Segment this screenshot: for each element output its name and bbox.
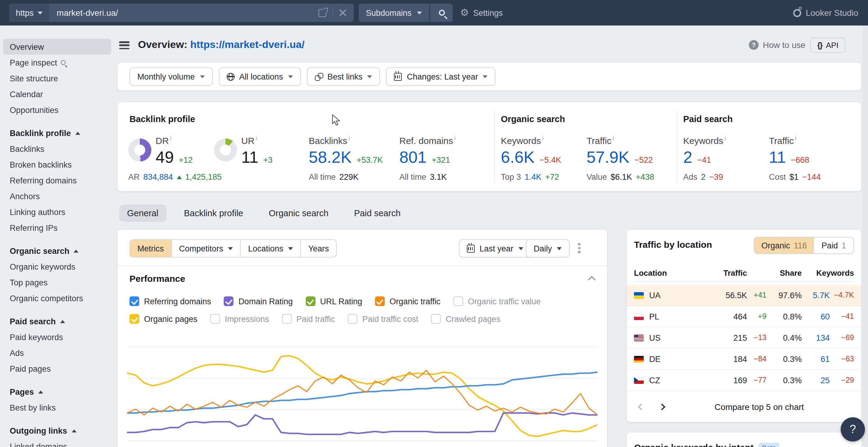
tab-paid-search[interactable]: Paid search — [346, 205, 408, 222]
sidebar-item-anchors[interactable]: Anchors — [3, 188, 111, 204]
sidebar-item-top-pages[interactable]: Top pages — [3, 275, 111, 290]
sidebar-item-organic-competitors[interactable]: Organic competitors — [3, 290, 111, 306]
api-button[interactable]: {} API — [810, 38, 845, 53]
paid-keywords-value[interactable]: 2−41 — [683, 148, 711, 167]
toggle-organic[interactable]: Organic116 — [754, 238, 814, 253]
segment-years[interactable]: Years — [300, 240, 336, 257]
collapse-chevron-icon[interactable] — [588, 276, 595, 283]
col-traffic[interactable]: Traffic — [709, 269, 747, 278]
changes-period-dropdown[interactable]: Changes: Last year — [386, 67, 496, 85]
sidebar-item-site-structure[interactable]: Site structure — [3, 70, 111, 86]
sidebar-item-referring-ips[interactable]: Referring IPs — [3, 220, 111, 236]
sidebar-item-referring-domains[interactable]: Referring domains — [3, 172, 111, 188]
segment-locations[interactable]: Locations — [240, 240, 301, 257]
ref-domains-value[interactable]: 801+321 — [399, 148, 450, 167]
protocol-dropdown[interactable]: https — [9, 4, 50, 22]
checkbox-crawled-pages[interactable]: Crawled pages — [431, 314, 500, 324]
checkbox-organic-traffic[interactable]: Organic traffic — [375, 297, 441, 306]
info-icon[interactable]: i — [542, 135, 544, 141]
sidebar-item-paid-keywords[interactable]: Paid keywords — [3, 329, 111, 345]
toggle-paid[interactable]: Paid1 — [814, 238, 854, 253]
col-keywords[interactable]: Keywords — [802, 269, 854, 278]
keywords-link[interactable]: 134 — [802, 333, 830, 342]
table-row-us[interactable]: US 215 −13 0.4% 134 −69 — [627, 328, 861, 349]
sidebar-item-paid-pages[interactable]: Paid pages — [3, 361, 111, 377]
how-to-use-button[interactable]: ? How to use — [749, 40, 805, 50]
sidebar-item-calendar[interactable]: Calendar — [3, 86, 111, 102]
locations-filter-dropdown[interactable]: All locations — [219, 67, 301, 85]
sidebar-item-overview[interactable]: Overview — [3, 39, 111, 55]
help-button[interactable]: ? — [841, 417, 865, 442]
keywords-link[interactable]: 25 — [802, 376, 830, 385]
keywords-link[interactable]: 60 — [802, 312, 830, 321]
ar-value[interactable]: 834,884 — [144, 172, 173, 182]
sidebar-group-paid-search[interactable]: Paid search — [0, 313, 114, 329]
info-icon[interactable]: i — [795, 135, 796, 141]
monthly-volume-dropdown[interactable]: Monthly volume — [129, 67, 212, 85]
date-range-button[interactable]: Last year — [459, 239, 531, 257]
sidebar-item-opportunities[interactable]: Opportunities — [3, 102, 111, 118]
sidebar-item-linked-domains[interactable]: Linked domains — [3, 439, 111, 447]
info-icon[interactable]: i — [454, 135, 456, 141]
open-external-icon[interactable] — [318, 9, 327, 17]
kebab-menu-icon[interactable] — [578, 243, 581, 255]
prev-page-icon[interactable] — [638, 404, 645, 411]
target-url-input[interactable]: market-dveri.ua/ — [50, 8, 318, 18]
hamburger-icon[interactable] — [119, 41, 129, 49]
checkbox-referring-domains[interactable]: Referring domains — [129, 297, 211, 306]
table-row-de[interactable]: DE 184 −84 0.3% 61 −63 — [627, 349, 861, 370]
col-location[interactable]: Location — [634, 269, 709, 278]
segment-metrics[interactable]: Metrics — [130, 240, 171, 257]
checkbox-impressions[interactable]: Impressions — [210, 314, 269, 324]
info-icon[interactable]: i — [256, 135, 257, 141]
table-row-ua[interactable]: UA 56.5K +41 97.6% 5.7K −4.7K — [627, 285, 861, 306]
target-domain-link[interactable]: https://market-dveri.ua/ — [190, 39, 305, 50]
col-share[interactable]: Share — [747, 269, 802, 278]
performance-chart[interactable] — [127, 338, 597, 446]
info-icon[interactable]: i — [613, 135, 614, 141]
sidebar-item-backlinks[interactable]: Backlinks — [3, 141, 111, 157]
tab-organic-search[interactable]: Organic search — [261, 205, 336, 222]
keywords-link[interactable]: 61 — [802, 354, 830, 364]
checkbox-organic-pages[interactable]: Organic pages — [129, 314, 197, 324]
clear-icon[interactable] — [339, 9, 346, 16]
sidebar-item-page-inspect[interactable]: Page inspect — [3, 55, 111, 70]
sidebar-group-outgoing-links[interactable]: Outgoing links — [0, 423, 114, 439]
compare-top5-link[interactable]: Compare top 5 on chart — [664, 402, 854, 412]
tab-general[interactable]: General — [119, 205, 166, 222]
sidebar-item-ads[interactable]: Ads — [3, 345, 111, 361]
best-links-dropdown[interactable]: Best links — [307, 67, 380, 85]
table-row-pl[interactable]: PL 464 +9 0.8% 60 −41 — [627, 306, 861, 328]
checkbox-domain-rating[interactable]: Domain Rating — [224, 297, 293, 306]
organic-keywords-value[interactable]: 6.6K−5.4K — [501, 148, 561, 167]
checkbox-organic-traffic-value[interactable]: Organic traffic value — [453, 297, 541, 306]
granularity-button[interactable]: Daily — [526, 239, 569, 257]
sidebar-group-organic-search[interactable]: Organic search — [0, 243, 114, 259]
sidebar-item-broken-backlinks[interactable]: Broken backlinks — [3, 157, 111, 172]
looker-studio-link[interactable]: Looker Studio — [793, 0, 858, 26]
segment-competitors[interactable]: Competitors — [171, 240, 240, 257]
keywords-link[interactable]: 5.7K — [802, 290, 830, 300]
mode-dropdown[interactable]: Subdomains — [359, 4, 429, 22]
organic-traffic-value[interactable]: 57.9K−522 — [587, 148, 653, 167]
table-row-cz[interactable]: CZ 169 −77 0.3% 25 −29 — [627, 370, 861, 391]
search-button[interactable] — [430, 4, 453, 22]
page-scrollbar[interactable] — [863, 26, 868, 447]
checkbox-url-rating[interactable]: URL Rating — [305, 297, 362, 306]
sidebar-item-best-by-links[interactable]: Best by links — [3, 400, 111, 415]
info-icon[interactable]: i — [170, 135, 171, 141]
ads-value[interactable]: 2 — [701, 172, 706, 182]
settings-button[interactable]: ⚙ Settings — [460, 0, 503, 26]
top3-value[interactable]: 1.4K — [525, 172, 541, 182]
backlinks-value[interactable]: 58.2K+53.7K — [309, 148, 383, 167]
info-icon[interactable]: i — [349, 135, 350, 141]
tab-backlink-profile[interactable]: Backlink profile — [176, 205, 251, 222]
checkbox-paid-traffic-cost[interactable]: Paid traffic cost — [348, 314, 418, 324]
sidebar-group-pages[interactable]: Pages — [0, 384, 114, 400]
checkbox-paid-traffic[interactable]: Paid traffic — [282, 314, 335, 324]
info-icon[interactable]: i — [724, 135, 726, 141]
sidebar-group-backlink-profile[interactable]: Backlink profile — [0, 125, 114, 141]
paid-traffic-value[interactable]: 11−668 — [769, 148, 809, 167]
sidebar-item-linking-authors[interactable]: Linking authors — [3, 204, 111, 220]
sidebar-item-organic-keywords[interactable]: Organic keywords — [3, 259, 111, 275]
